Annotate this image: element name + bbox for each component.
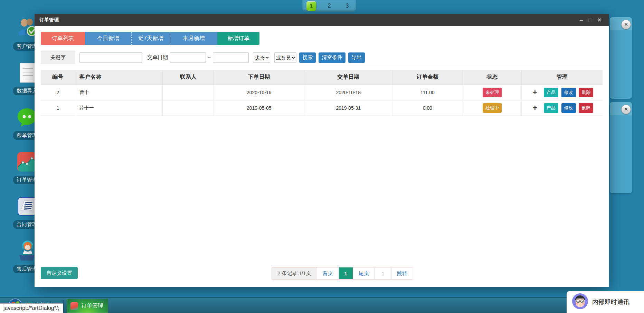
expand-row-button[interactable]: + [533,104,537,112]
contact-cell [163,100,214,116]
expand-row-button[interactable]: + [533,89,537,96]
status-cell: 未处理 [463,85,522,100]
order-date-cell: 2020-10-16 [214,85,304,100]
desktop-page-2[interactable]: 2 [324,3,334,9]
pagination-summary: 2 条记录 1/1页 [272,267,317,279]
salesman-select[interactable]: 业务员 [274,52,296,63]
close-icon[interactable]: ✕ [595,17,604,23]
desktop-page-1[interactable]: 1 [306,1,316,11]
product-button[interactable]: 产品 [544,88,558,97]
status-select[interactable]: 状态 [253,52,270,63]
taskbar-item-label: 订单管理 [81,302,103,310]
manage-cell: + 产品 修改 删除 [522,100,603,116]
col-header-amount: 订单金额 [392,70,463,85]
col-header-manage: 管理 [522,70,603,85]
dialog-titlebar[interactable]: 订单管理 – □ ✕ [35,14,609,26]
maximize-icon[interactable]: □ [586,17,595,23]
desktop: 1 2 3 客户管理 [0,0,644,313]
dialog-footer: 自定义设置 2 条记录 1/1页 首页 1 尾页 1 跳转 [41,267,603,280]
table-header-row: 编号 客户名称 联系人 下单日期 交单日期 订单金额 状态 管理 [41,70,603,85]
pagination-jump-button[interactable]: 跳转 [391,267,413,279]
side-panel-2: ✕ [610,102,632,193]
customer-name-cell: 薛十一 [75,100,163,116]
im-panel-label: 内部即时通讯 [592,298,629,306]
col-header-status: 状态 [463,70,522,85]
pagination-jump-input[interactable]: 1 [375,267,391,279]
customer-name-cell: 曹十 [75,85,163,100]
tab-add-order[interactable]: 新增订单 [217,32,259,45]
order-management-dialog: 订单管理 – □ ✕ 订单列表 今日新增 近7天新增 本月新增 新增订单 关键字… [35,14,609,287]
export-button[interactable]: 导出 [348,52,365,63]
desktop-pager: 1 2 3 [302,0,356,12]
desktop-page-3[interactable]: 3 [342,3,352,9]
status-cell: 处理中 [463,100,522,116]
taskbar: 开始菜单 订单管理 [0,297,644,313]
im-avatar [572,293,588,311]
taskbar-item-order-management[interactable]: 订单管理 [67,299,108,313]
close-icon[interactable]: ✕ [621,105,631,114]
dialog-title: 订单管理 [39,17,577,23]
delete-button[interactable]: 删除 [579,103,593,113]
table-row: 1 薛十一 2019-05-05 2019-05-31 0.00 处理中 + 产… [41,100,603,116]
status-bar-link-tooltip: javascript:/*artDialog*/; [0,303,63,313]
keyword-label: 关键字 [41,51,75,64]
col-header-id: 编号 [41,70,75,85]
amount-cell: 0.00 [392,100,463,116]
tab-month-new[interactable]: 本月新增 [170,32,217,45]
instant-messaging-panel[interactable]: 内部即时通讯 [567,291,644,313]
order-id-cell: 1 [41,100,75,116]
search-bar: 关键字 交单日期 ~ 状态 业务员 搜索 清空条件 导出 [41,51,603,64]
orders-table: 编号 客户名称 联系人 下单日期 交单日期 订单金额 状态 管理 2 曹十 20… [41,70,603,116]
col-header-order-date: 下单日期 [214,70,304,85]
orders-taskbar-icon [70,302,78,310]
pagination: 2 条记录 1/1页 首页 1 尾页 1 跳转 [272,267,413,280]
clear-filters-button[interactable]: 清空条件 [319,52,345,63]
delivery-date-to-input[interactable] [213,52,249,63]
col-header-contact: 联系人 [163,70,214,85]
status-badge: 处理中 [483,103,502,113]
pagination-first-page[interactable]: 首页 [317,267,339,279]
col-header-customer: 客户名称 [75,70,163,85]
keyword-input[interactable] [79,52,142,63]
side-panel-1: ✕ [610,17,632,99]
delivery-date-cell: 2020-10-18 [304,85,392,100]
delete-button[interactable]: 删除 [579,88,593,97]
order-id-cell: 2 [41,85,75,100]
status-badge: 未处理 [483,88,502,97]
tab-order-list[interactable]: 订单列表 [41,32,85,45]
contact-cell [163,85,214,100]
delivery-date-from-input[interactable] [170,52,206,63]
pagination-last-page[interactable]: 尾页 [353,267,375,279]
product-button[interactable]: 产品 [544,103,558,113]
edit-button[interactable]: 修改 [561,88,576,97]
close-icon[interactable]: ✕ [621,20,631,29]
tab-today-new[interactable]: 今日新增 [85,32,131,45]
pagination-page-1[interactable]: 1 [339,267,353,279]
delivery-date-label: 交单日期 [147,54,168,61]
order-date-cell: 2019-05-05 [214,100,304,116]
minimize-icon[interactable]: – [577,17,586,23]
delivery-date-cell: 2019-05-31 [304,100,392,116]
search-button[interactable]: 搜索 [299,52,316,63]
tab-last7days-new[interactable]: 近7天新增 [131,32,170,45]
col-header-delivery-date: 交单日期 [304,70,392,85]
dialog-body: 订单列表 今日新增 近7天新增 本月新增 新增订单 关键字 交单日期 ~ 状态 … [35,26,609,287]
date-range-separator: ~ [208,55,211,60]
custom-settings-button[interactable]: 自定义设置 [41,267,78,279]
amount-cell: 111.00 [392,85,463,100]
dialog-tabs: 订单列表 今日新增 近7天新增 本月新增 新增订单 [41,32,603,45]
edit-button[interactable]: 修改 [561,103,576,113]
manage-cell: + 产品 修改 删除 [522,85,603,100]
table-row: 2 曹十 2020-10-16 2020-10-18 111.00 未处理 + … [41,85,603,100]
order-table-body: 2 曹十 2020-10-16 2020-10-18 111.00 未处理 + … [41,85,603,116]
